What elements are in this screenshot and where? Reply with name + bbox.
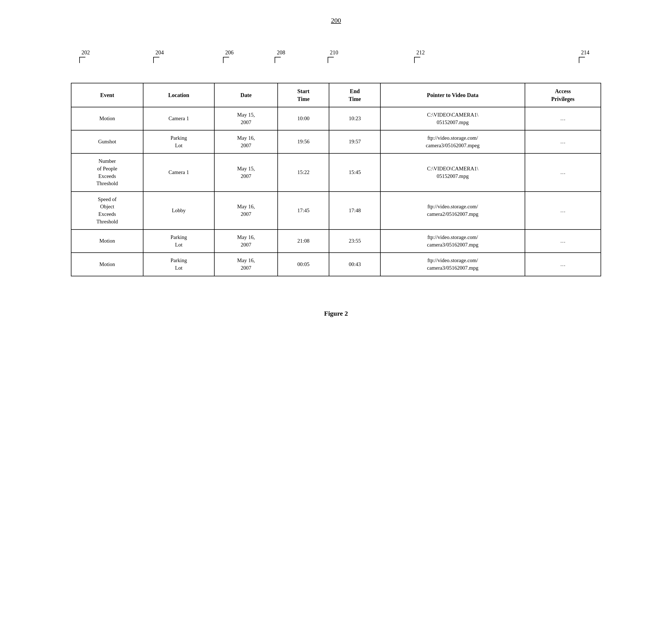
cell-location-0: Camera 1 (143, 107, 214, 130)
table-header-row: Event Location Date StartTime EndTime (71, 83, 601, 107)
cell-location-1: ParkingLot (143, 130, 214, 153)
table-row: Motion Camera 1 May 15,2007 10:00 10:23 … (71, 107, 601, 130)
ref-label-212: 212 (416, 49, 425, 56)
cell-start-0: 10:00 (278, 107, 329, 130)
cell-location-5: ParkingLot (143, 253, 214, 276)
cell-date-2: May 15,2007 (214, 153, 278, 191)
header-pointer: Pointer to Video Data (380, 83, 525, 107)
cell-date-5: May 16,2007 (214, 253, 278, 276)
cell-end-3: 17:48 (329, 192, 380, 229)
header-event: Event (71, 83, 143, 107)
ref-label-214: 214 (581, 49, 590, 56)
cell-access-2: … (525, 153, 601, 191)
header-location: Location (143, 83, 214, 107)
cell-event-5: Motion (71, 253, 143, 276)
table-row: Motion ParkingLot May 16,2007 00:05 00:4… (71, 253, 601, 276)
cell-location-4: ParkingLot (143, 229, 214, 253)
bracket-210 (328, 57, 334, 63)
annotation-208: 208 (274, 49, 285, 63)
cell-location-2: Camera 1 (143, 153, 214, 191)
header-start-time: StartTime (278, 83, 329, 107)
cell-pointer-0: C:\VIDEO\CAMERA1\05152007.mpg (380, 107, 525, 130)
diagram-container: 202 204 206 208 210 212 214 (71, 47, 601, 317)
cell-date-3: May 16,2007 (214, 192, 278, 229)
table-row: Motion ParkingLot May 16,2007 21:08 23:5… (71, 229, 601, 253)
cell-date-4: May 16,2007 (214, 229, 278, 253)
table-row: Numberof PeopleExceedsThreshold Camera 1… (71, 153, 601, 191)
annotation-204: 204 (153, 49, 164, 63)
cell-end-4: 23:55 (329, 229, 380, 253)
cell-end-1: 19:57 (329, 130, 380, 153)
bracket-208 (274, 57, 281, 63)
cell-access-4: … (525, 229, 601, 253)
data-table-wrapper: Event Location Date StartTime EndTime (71, 83, 601, 276)
annotation-202: 202 (79, 49, 90, 63)
bracket-204 (153, 57, 159, 63)
cell-start-3: 17:45 (278, 192, 329, 229)
bracket-206 (223, 57, 229, 63)
annotation-214: 214 (579, 49, 590, 63)
bracket-202 (79, 57, 86, 63)
annotation-row: 202 204 206 208 210 212 214 (71, 47, 601, 83)
ref-label-206: 206 (225, 49, 234, 56)
page-title: 200 (331, 17, 341, 24)
cell-end-5: 00:43 (329, 253, 380, 276)
cell-date-0: May 15,2007 (214, 107, 278, 130)
cell-pointer-5: ftp://video.storage.com/camera3/05162007… (380, 253, 525, 276)
cell-start-4: 21:08 (278, 229, 329, 253)
data-table: Event Location Date StartTime EndTime (71, 83, 601, 276)
cell-event-0: Motion (71, 107, 143, 130)
ref-label-204: 204 (155, 49, 164, 56)
cell-event-1: Gunshot (71, 130, 143, 153)
header-access: AccessPrivileges (525, 83, 601, 107)
ref-label-210: 210 (330, 49, 338, 56)
cell-start-5: 00:05 (278, 253, 329, 276)
cell-start-2: 15:22 (278, 153, 329, 191)
cell-event-3: Speed ofObjectExceedsThreshold (71, 192, 143, 229)
cell-location-3: Lobby (143, 192, 214, 229)
bracket-212 (414, 57, 420, 63)
cell-access-0: … (525, 107, 601, 130)
cell-start-1: 19:56 (278, 130, 329, 153)
ref-label-208: 208 (277, 49, 285, 56)
cell-pointer-4: ftp://video.storage.com/camera3/05162007… (380, 229, 525, 253)
figure-caption: Figure 2 (71, 310, 601, 317)
table-row: Speed ofObjectExceedsThreshold Lobby May… (71, 192, 601, 229)
annotation-206: 206 (223, 49, 234, 63)
cell-pointer-1: ftp://video.storage.com/camera3/05162007… (380, 130, 525, 153)
bracket-214 (579, 57, 585, 63)
cell-access-3: … (525, 192, 601, 229)
cell-access-1: … (525, 130, 601, 153)
annotation-210: 210 (328, 49, 338, 63)
cell-event-2: Numberof PeopleExceedsThreshold (71, 153, 143, 191)
header-end-time: EndTime (329, 83, 380, 107)
ref-label-202: 202 (81, 49, 90, 56)
cell-pointer-2: C:\VIDEO\CAMERA1\05152007.mpg (380, 153, 525, 191)
cell-date-1: May 16,2007 (214, 130, 278, 153)
cell-access-5: … (525, 253, 601, 276)
cell-event-4: Motion (71, 229, 143, 253)
cell-end-2: 15:45 (329, 153, 380, 191)
header-date: Date (214, 83, 278, 107)
table-row: Gunshot ParkingLot May 16,2007 19:56 19:… (71, 130, 601, 153)
annotation-212: 212 (414, 49, 425, 63)
cell-pointer-3: ftp://video.storage.com/camera2/05162007… (380, 192, 525, 229)
cell-end-0: 10:23 (329, 107, 380, 130)
